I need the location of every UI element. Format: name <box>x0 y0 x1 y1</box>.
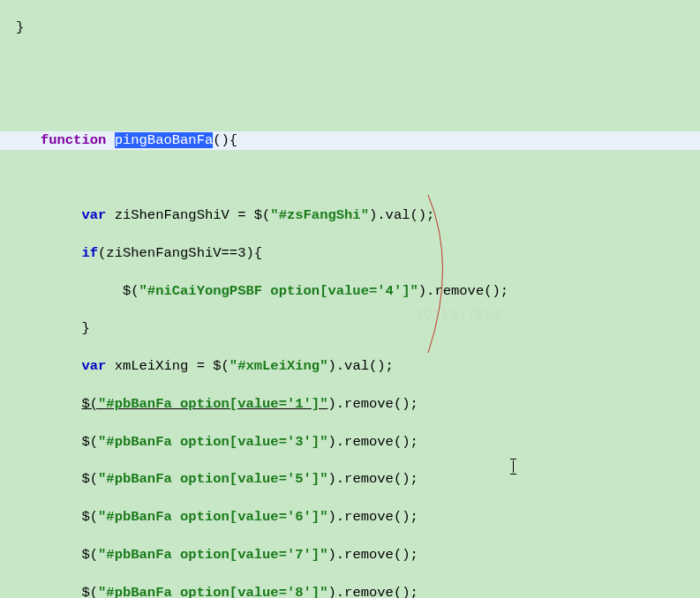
function-name-selected: pingBaoBanFa <box>115 132 214 148</box>
code-line: $("#pbBanFa option[value='6']").remove()… <box>0 508 700 527</box>
code-line: } <box>0 319 700 338</box>
code-line <box>0 169 700 188</box>
code-line: if(ziShenFangShiV==3){ <box>0 244 700 263</box>
string-literal: "#pbBanFa option[value='6']" <box>98 509 327 525</box>
string-literal: "#pbBanFa option[value='8']" <box>98 585 327 599</box>
code-text: $( <box>16 283 139 299</box>
code-line: var ziShenFangShiV = $("#zsFangShi").val… <box>0 206 700 225</box>
string-literal: "#pbBanFa option[value='5']" <box>98 471 327 487</box>
code-line: $("#pbBanFa option[value='1']").remove()… <box>0 395 700 414</box>
string-literal: "#zsFangShi" <box>270 207 369 223</box>
code-line: $("#pbBanFa option[value='7']").remove()… <box>0 546 700 564</box>
keyword-if: if <box>81 245 98 261</box>
code-text: ).remove(); <box>327 396 418 412</box>
code-text: $( <box>81 585 98 599</box>
string-literal: "#pbBanFa option[value='3']" <box>98 434 327 450</box>
code-text: ).remove(); <box>418 283 508 299</box>
keyword-var: var <box>81 358 106 374</box>
code-line <box>0 94 700 113</box>
code-line: $("#pbBanFa option[value='3']").remove()… <box>0 433 700 452</box>
string-literal: "#pbBanFa option[value='7']" <box>98 547 327 563</box>
code-text: ).remove(); <box>327 434 418 450</box>
code-text: (ziShenFangShiV==3){ <box>98 245 262 261</box>
string-literal: "#xmLeiXing" <box>230 358 328 374</box>
code-text: ziShenFangShiV = $( <box>106 207 270 223</box>
brace: } <box>81 320 89 336</box>
code-line <box>0 56 700 75</box>
code-line: $("#pbBanFa option[value='8']").remove()… <box>0 584 700 599</box>
code-text: $( <box>81 509 98 525</box>
code-text: $( <box>81 471 98 487</box>
code-text: $( <box>81 547 98 563</box>
code-text: xmLeiXing = $( <box>106 358 230 374</box>
code-text: (){ <box>213 132 237 148</box>
string-literal: "#niCaiYongPSBF option[value='4']" <box>139 283 418 299</box>
code-text: ).remove(); <box>327 471 418 487</box>
code-text: $( <box>81 396 98 412</box>
code-text: ).remove(); <box>327 509 418 525</box>
code-text: ).val(); <box>369 207 434 223</box>
code-text: $( <box>81 434 98 450</box>
code-line: var xmLeiXing = $("#xmLeiXing").val(); <box>0 357 700 376</box>
code-line: $("#niCaiYongPSBF option[value='4']").re… <box>0 282 700 301</box>
code-line: $("#pbBanFa option[value='5']").remove()… <box>0 470 700 489</box>
code-line-highlighted: function pingBaoBanFa(){ <box>0 131 700 150</box>
code-editor[interactable]: } function pingBaoBanFa(){ var ziShenFan… <box>0 0 700 598</box>
code-text: ).remove(); <box>327 585 418 599</box>
keyword-var: var <box>81 207 106 223</box>
code-text: ).val(); <box>327 358 393 374</box>
keyword-function: function <box>41 132 106 148</box>
code-text: ).remove(); <box>327 547 418 563</box>
code-line: } <box>0 19 700 37</box>
string-literal: "#pbBanFa option[value='1']" <box>98 396 327 412</box>
brace: } <box>16 19 24 35</box>
